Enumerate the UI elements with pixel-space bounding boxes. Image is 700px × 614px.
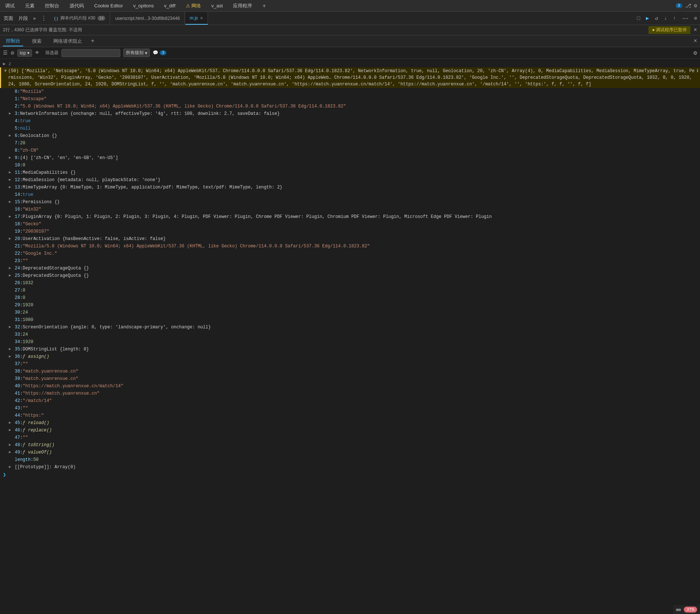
console-close-btn[interactable]: ×	[693, 38, 697, 45]
menu-network[interactable]: ⚠ 网络	[184, 1, 204, 11]
console-tab-network-block[interactable]: 网络请求阻止	[50, 36, 85, 46]
tree-item[interactable]: ▶11: MediaCapabilities {}	[0, 169, 700, 176]
tab-mjs[interactable]: m.js ×	[185, 12, 208, 25]
tree-item[interactable]: ▶45: ƒ reload()	[0, 419, 700, 427]
menu-branch-icon[interactable]: ⎇	[685, 3, 691, 9]
tab-overflow-icon[interactable]: ⋮	[39, 15, 49, 22]
tab-mjs-close[interactable]: ×	[200, 15, 203, 21]
expand-arrow[interactable]: ▶	[9, 272, 13, 279]
tree-item[interactable]: ▶49: ƒ valueOf()	[0, 449, 700, 456]
tree-item[interactable]: ▶46: ƒ replace()	[0, 427, 700, 434]
tab-userscript[interactable]: userscript.html...3-30df8b823446	[111, 12, 184, 25]
menu-elements[interactable]: 元素	[23, 1, 37, 11]
menu-console[interactable]: 控制台	[43, 1, 61, 11]
expand-arrow[interactable]: ▶	[9, 214, 13, 220]
expand-arrow[interactable]: ▶	[9, 236, 13, 242]
console-toolbar: 控制台 搜索 网络请求阻止 + ×	[0, 35, 700, 47]
tree-value: "5.0 (Windows NT 10.0; Win64; x64) Apple…	[20, 103, 346, 110]
expand-arrow[interactable]: ▶	[9, 199, 13, 205]
menu-cookie-editor[interactable]: Cookie Editor	[92, 1, 125, 10]
expand-arrow[interactable]: ▶	[9, 155, 13, 161]
tab-icon-deactivate[interactable]: ⊙	[693, 14, 699, 23]
console-add-btn[interactable]: +	[91, 38, 95, 45]
expand-arrow[interactable]: ▶	[9, 353, 13, 360]
menu-debug[interactable]: 调试	[3, 1, 17, 11]
tree-item[interactable]: ▶32: ScreenOrientation {angle: 0, type: …	[0, 324, 700, 331]
menu-vdiff[interactable]: v_diff	[162, 1, 178, 10]
tree-value: ""	[23, 258, 28, 264]
tree-item[interactable]: ▶20: UserActivation {hasBeenActive: fals…	[0, 235, 700, 243]
expand-arrow[interactable]: ▶	[9, 324, 13, 331]
tree-index: 6:	[15, 133, 20, 139]
prompt-gt-icon: ▶	[3, 61, 6, 67]
console-area[interactable]: ▶ z (50) ['Mozilla', 'Netscape', '5.0 (W…	[0, 59, 700, 614]
tree-item[interactable]: ▶48: ƒ toString()	[0, 441, 700, 449]
tab-icon-play[interactable]: ▶	[644, 14, 650, 23]
tree-item[interactable]: ▶9: (4) ['zh-CN', 'en', 'en-GB', 'en-US'…	[0, 154, 700, 162]
tree-item[interactable]: ▶24: DeprecatedStorageQuota {}	[0, 265, 700, 272]
tree-index: 31:	[15, 317, 23, 323]
expand-arrow[interactable]: ▶	[9, 442, 13, 448]
tree-value: ""	[23, 361, 28, 367]
prototype-expand-arrow[interactable]: ▶	[9, 464, 13, 470]
tree-item[interactable]: ▶36: ƒ assign()	[0, 353, 700, 360]
tree-item: ▶37: ""	[0, 360, 700, 368]
filter-context-dropdown[interactable]: top ▾	[17, 49, 32, 57]
expand-arrow[interactable]: ▶	[9, 346, 13, 353]
info-icon[interactable]: ℹ	[697, 68, 699, 74]
console-tab-console[interactable]: 控制台	[3, 36, 23, 46]
menu-application[interactable]: 应用程序	[231, 1, 254, 11]
expand-arrow[interactable]: ▶	[9, 265, 13, 272]
expand-arrow[interactable]: ▶	[9, 177, 13, 183]
menu-vast[interactable]: v_ast	[209, 1, 225, 10]
filter-settings-icon[interactable]: ⚙	[693, 49, 697, 57]
tab-icon-refresh[interactable]: ↺	[654, 14, 660, 23]
tab-icon-step-over[interactable]: ↓	[662, 14, 668, 23]
tab-nav-snippet[interactable]: 片段	[16, 14, 30, 23]
tree-index: 11:	[15, 169, 23, 176]
tree-index: 39:	[15, 375, 23, 382]
tab-nav-page[interactable]: 页面	[1, 14, 15, 23]
expand-arrow[interactable]: ▶	[9, 449, 13, 456]
prototype-line[interactable]: ▶ [[Prototype]]: Array(0)	[0, 463, 700, 471]
menu-vopitons[interactable]: v_opitons	[131, 1, 156, 10]
tree-item[interactable]: ▶12: MediaSession {metadata: null, playb…	[0, 176, 700, 184]
expand-arrow[interactable]: ▶	[9, 133, 13, 139]
tab-icon-step-out[interactable]: →→	[680, 14, 690, 23]
tree-item[interactable]: ▶15: Permissions {}	[0, 198, 700, 206]
tree-item[interactable]: ▶17: PluginArray {0: Plugin, 1: Plugin, …	[0, 213, 700, 220]
tree-item[interactable]: ▶35: DOMStringList {length: 0}	[0, 346, 700, 353]
expand-arrow[interactable]: ▶	[9, 420, 13, 426]
array-expand-arrow[interactable]	[4, 68, 7, 74]
filter-level-dropdown[interactable]: 所有级别 ▾	[123, 49, 150, 57]
menu-gear-icon[interactable]: ⚙	[694, 3, 697, 9]
filter-menu-icon[interactable]: ☰	[3, 50, 8, 56]
tab-nav-overflow[interactable]: »	[31, 14, 38, 22]
menu-add[interactable]: +	[260, 1, 268, 11]
filter-input[interactable]	[61, 49, 120, 57]
console-tab-search[interactable]: 搜索	[29, 36, 45, 46]
filter-eye-icon[interactable]: 👁	[35, 50, 39, 56]
expand-arrow[interactable]: ▶	[9, 169, 13, 176]
expand-arrow[interactable]: ▶	[9, 427, 13, 434]
tree-item[interactable]: ▶25: DeprecatedStorageQuota {}	[0, 272, 700, 279]
tree-item[interactable]: ▶3: NetworkInformation {onchange: null, …	[0, 110, 700, 117]
menu-source[interactable]: 源代码	[67, 1, 86, 11]
tab-mjs-label: m.js	[190, 15, 198, 21]
tree-item: ▶30: 24	[0, 309, 700, 316]
filter-clear-icon[interactable]: ⊘	[11, 49, 14, 57]
tree-value: NetworkInformation {onchange: null, effe…	[20, 110, 280, 117]
tree-value: true	[20, 118, 31, 124]
tree-item[interactable]: ▶13: MimeTypeArray {0: MimeType, 1: Mime…	[0, 184, 700, 191]
tree-index: 40:	[15, 383, 23, 389]
tree-item[interactable]: ▶6: Geolocation {}	[0, 132, 700, 140]
tab-icon-panel[interactable]: □	[636, 14, 641, 23]
tree-value: 1920	[23, 339, 33, 345]
tab-icon-step-into[interactable]: ↑	[671, 14, 677, 23]
tree-value: Permissions {}	[23, 199, 60, 205]
expand-arrow[interactable]: ▶	[9, 110, 13, 117]
expand-arrow[interactable]: ▶	[9, 184, 13, 191]
tab-snippet[interactable]: { } 脚本代码片段 #30 14	[50, 12, 110, 25]
tree-index: 42:	[15, 398, 23, 404]
close-panel-btn[interactable]: ×	[693, 27, 697, 33]
